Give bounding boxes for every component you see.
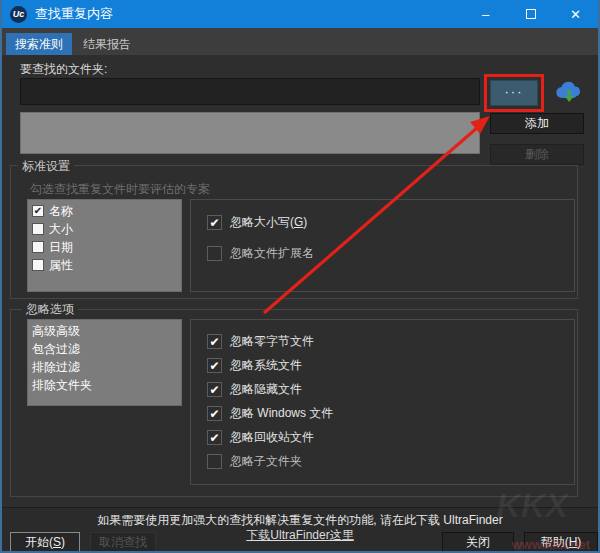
title-bar: Uc 查找重复内容 – ✕ <box>2 0 598 28</box>
criteria-item-size[interactable]: ✔ 大小 <box>32 221 177 237</box>
ignore-filters-list-box: 高级高级 包含过滤 排除过滤 排除文件夹 <box>27 319 182 406</box>
criteria-item-name[interactable]: ✔ 名称 <box>32 203 177 219</box>
ignore-options-label: 忽略选项 <box>22 301 78 318</box>
tab-bar: 搜索准则 结果报告 <box>2 28 598 55</box>
checkbox-icon[interactable]: ✔ <box>207 358 222 373</box>
checkbox-icon[interactable]: ✔ <box>207 334 222 349</box>
delete-folder-button: 删除 <box>490 144 584 165</box>
tab-search-criteria[interactable]: 搜索准则 <box>6 33 72 55</box>
browse-folder-button[interactable]: ··· <box>490 80 538 106</box>
find-duplicates-dialog: Uc 查找重复内容 – ✕ 搜索准则 结果报告 要查找的文件夹: ··· <box>0 0 600 553</box>
standard-settings-label: 标准设置 <box>18 158 74 175</box>
checkbox-icon[interactable]: ✔ <box>207 246 222 261</box>
minimize-button[interactable]: – <box>463 0 508 28</box>
maximize-icon <box>526 9 536 19</box>
cloud-download-icon <box>554 81 584 105</box>
footer-bar: KKX 如果需要使用更加强大的查找和解决重复文件的功能, 请在此下载 Ultra… <box>2 507 598 553</box>
checkbox-icon[interactable]: ✔ <box>207 430 222 445</box>
ignore-zero-byte-checkbox[interactable]: ✔ 忽略零字节文件 <box>207 333 574 350</box>
ignore-recycle-bin-checkbox[interactable]: ✔ 忽略回收站文件 <box>207 429 574 446</box>
window-controls: – ✕ <box>463 0 598 28</box>
criteria-list-box: ✔ 名称 ✔ 大小 ✔ 日期 ✔ 属性 <box>27 199 182 292</box>
filter-item-exclude[interactable]: 排除过滤 <box>32 359 177 375</box>
checkbox-icon[interactable]: ✔ <box>207 215 222 230</box>
help-button[interactable]: 帮助(H) <box>524 532 598 552</box>
window-title: 查找重复内容 <box>35 5 113 23</box>
folder-list-box[interactable] <box>20 112 480 154</box>
close-icon: ✕ <box>570 7 581 22</box>
add-folder-button[interactable]: 添加 <box>490 113 584 134</box>
criteria-hint: 勾选查找重复文件时要评估的专案 <box>30 181 210 198</box>
ultracompare-logo-icon: Uc <box>10 6 27 23</box>
checkbox-icon[interactable]: ✔ <box>32 205 44 217</box>
tab-results-report[interactable]: 结果报告 <box>74 33 140 55</box>
cancel-search-button: 取消查找 <box>90 532 156 552</box>
filter-item-advanced[interactable]: 高级高级 <box>32 323 177 339</box>
checkbox-icon[interactable]: ✔ <box>207 454 222 469</box>
criteria-item-attributes[interactable]: ✔ 属性 <box>32 257 177 273</box>
criteria-item-date[interactable]: ✔ 日期 <box>32 239 177 255</box>
search-criteria-panel: 要查找的文件夹: ··· 添加 删除 标准设置 勾选查找重复文件时要评估的专案 … <box>2 55 598 507</box>
close-dialog-button[interactable]: 关闭 <box>442 532 514 552</box>
ignore-windows-files-checkbox[interactable]: ✔ 忽略 Windows 文件 <box>207 405 574 422</box>
maximize-button[interactable] <box>508 0 553 28</box>
checkbox-icon[interactable]: ✔ <box>207 382 222 397</box>
ignore-extension-checkbox[interactable]: ✔ 忽略文件扩展名 <box>207 245 574 262</box>
minimize-icon: – <box>482 7 489 22</box>
checkbox-icon[interactable]: ✔ <box>32 259 44 271</box>
filter-item-exclude-folders[interactable]: 排除文件夹 <box>32 377 177 393</box>
filter-item-include[interactable]: 包含过滤 <box>32 341 177 357</box>
ignore-subfolders-checkbox[interactable]: ✔ 忽略子文件夹 <box>207 453 574 470</box>
checkbox-icon[interactable]: ✔ <box>207 406 222 421</box>
ignore-options-panel: ✔ 忽略零字节文件 ✔ 忽略系统文件 ✔ 忽略隐藏文件 ✔ 忽略 Windows… <box>190 319 575 485</box>
checkbox-icon[interactable]: ✔ <box>32 223 44 235</box>
standard-options-panel: ✔ 忽略大小写(G) ✔ 忽略文件扩展名 <box>190 199 575 292</box>
ignore-hidden-files-checkbox[interactable]: ✔ 忽略隐藏文件 <box>207 381 574 398</box>
start-button[interactable]: 开始(S) <box>10 532 80 552</box>
checkbox-icon[interactable]: ✔ <box>32 241 44 253</box>
ignore-case-checkbox[interactable]: ✔ 忽略大小写(G) <box>207 214 574 231</box>
close-button[interactable]: ✕ <box>553 0 598 28</box>
cloud-download-button[interactable] <box>550 79 588 107</box>
folder-label: 要查找的文件夹: <box>20 61 107 78</box>
ignore-system-files-checkbox[interactable]: ✔ 忽略系统文件 <box>207 357 574 374</box>
folder-path-input[interactable] <box>20 78 480 105</box>
